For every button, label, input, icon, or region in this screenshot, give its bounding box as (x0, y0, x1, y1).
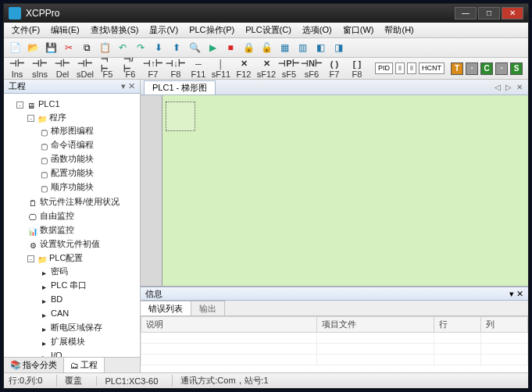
col-desc[interactable]: 说明 (141, 317, 317, 333)
tree-node-plccfg[interactable]: PLC配置 (49, 253, 83, 262)
tree-item[interactable]: BD (51, 294, 62, 304)
monitor-button[interactable]: ◧ (312, 40, 328, 55)
project-pane-close-icon[interactable]: ▾ ✕ (121, 81, 135, 91)
ladder-button[interactable]: ⊣↓⊢F8 (166, 59, 186, 79)
menu-item[interactable]: PLC操作(P) (184, 23, 239, 37)
tab-next-icon[interactable]: ▷ (503, 83, 514, 91)
col-file[interactable]: 项目文件 (317, 317, 434, 333)
tree-toggle[interactable]: - (27, 115, 34, 122)
find-button[interactable]: 🔍 (187, 40, 202, 55)
ladder-button[interactable]: ⊣↑⊢F7 (143, 59, 163, 79)
error-list[interactable]: 说明 项目文件 行 列 (141, 316, 528, 372)
tree-item[interactable]: 梯形图编程 (51, 126, 94, 135)
tree-node-initval[interactable]: 设置软元件初值 (40, 239, 100, 248)
block-button[interactable]: ⫴ (407, 62, 416, 74)
info-pane-close-icon[interactable]: ▾ ✕ (509, 289, 523, 299)
menu-item[interactable]: 编辑(E) (46, 23, 84, 37)
tree-item[interactable]: 断电区域保存 (51, 323, 102, 332)
close-button[interactable]: ✕ (502, 7, 523, 20)
block-button[interactable]: HCNT (419, 62, 445, 74)
tree-item[interactable]: 函数功能块 (51, 154, 94, 163)
menu-item[interactable]: 文件(F) (7, 23, 45, 37)
menu-item[interactable]: 显示(V) (145, 23, 183, 37)
grid2-button[interactable]: ▥ (295, 40, 310, 55)
tree-root[interactable]: PLC1 (38, 99, 60, 109)
ladder-canvas[interactable] (141, 95, 528, 287)
ladder-button[interactable]: ⊣⊢Del (52, 59, 73, 79)
tree-item[interactable]: 配置功能块 (51, 168, 94, 177)
tree-node-program[interactable]: 程序 (49, 112, 66, 122)
project-tree[interactable]: -🖥PLC1 -📁程序 ▢梯形图编程▢命令语编程▢函数功能块▢配置功能块▢顺序功… (4, 94, 140, 357)
tree-item[interactable]: CAN (51, 308, 69, 318)
node-icon: ▢ (38, 183, 49, 192)
tree-item[interactable]: I/O (51, 351, 62, 357)
ladder-rail (141, 95, 162, 286)
mode-button[interactable]: · (495, 62, 508, 75)
tree-item[interactable]: 顺序功能块 (51, 182, 94, 191)
ladder-button[interactable]: ⊣⊢sDel (75, 59, 95, 79)
monitor2-button[interactable]: ◨ (330, 40, 346, 55)
tree-item[interactable]: 命令语编程 (51, 140, 94, 149)
tree-toggle[interactable]: - (27, 255, 34, 262)
undo-button[interactable]: ↶ (115, 40, 130, 55)
ladder-button[interactable]: │sF11 (211, 59, 231, 79)
unlock-button[interactable]: 🔓 (259, 40, 274, 55)
download-button[interactable]: ⬇ (151, 40, 166, 55)
info-tab-output[interactable]: 输出 (191, 301, 225, 315)
lock-button[interactable]: 🔒 (241, 40, 256, 55)
open-button[interactable]: 📂 (25, 40, 41, 55)
new-button[interactable]: 📄 (7, 40, 23, 55)
ladder-button[interactable]: ⊣⊢sIns (30, 59, 50, 79)
tree-toggle[interactable]: - (16, 102, 23, 109)
node-icon: ▸ (38, 295, 49, 305)
upload-button[interactable]: ⬆ (169, 40, 184, 55)
tree-item[interactable]: PLC 串口 (51, 280, 87, 290)
tree-node-comment[interactable]: 软元件注释/使用状况 (40, 197, 120, 206)
ladder-button[interactable]: ⊣N⊢sF6 (302, 59, 322, 79)
proj-icon: 🗂 (70, 361, 79, 370)
mode-button[interactable]: · (466, 62, 478, 75)
selection-box[interactable] (166, 102, 195, 131)
ladder-button[interactable]: ⊣P⊢sF5 (279, 59, 299, 79)
ladder-button[interactable]: ─F11 (188, 59, 209, 79)
tree-node-datamon[interactable]: 数据监控 (40, 225, 74, 234)
run-button[interactable]: ▶ (205, 40, 220, 55)
menu-item[interactable]: 选项(O) (298, 23, 337, 37)
tree-node-freemon[interactable]: 自由监控 (40, 211, 74, 220)
redo-button[interactable]: ↷ (133, 40, 148, 55)
ladder-button[interactable]: ✕F12 (234, 59, 254, 79)
tree-item[interactable]: 密码 (51, 266, 68, 276)
ladder-button[interactable]: ⊣⊢Ins (7, 59, 27, 79)
col-row[interactable]: 行 (434, 317, 481, 333)
grid1-button[interactable]: ▦ (277, 40, 292, 55)
maximize-button[interactable]: □ (478, 7, 500, 20)
menu-item[interactable]: PLC设置(C) (241, 23, 296, 37)
col-col[interactable]: 列 (480, 317, 527, 333)
stop-button[interactable]: ■ (223, 40, 238, 55)
block-button[interactable]: ⫴ (395, 62, 405, 74)
save-button[interactable]: 💾 (43, 40, 59, 55)
mode-button[interactable]: T (451, 62, 463, 75)
left-tab-cmdtree[interactable]: 📚指令分类 (4, 358, 64, 372)
cut-button[interactable]: ✂ (61, 40, 77, 55)
menu-item[interactable]: 窗口(W) (338, 23, 379, 37)
menu-item[interactable]: 帮助(H) (380, 23, 418, 37)
tab-close-icon[interactable]: ✕ (514, 83, 525, 91)
tab-prev-icon[interactable]: ◁ (492, 83, 503, 91)
tree-item[interactable]: 扩展模块 (51, 337, 85, 346)
ladder-button[interactable]: ✕sF12 (256, 59, 277, 79)
menu-item[interactable]: 查找\替换(S) (86, 23, 144, 37)
mode-button[interactable]: S (510, 62, 523, 75)
paste-button[interactable]: 📋 (97, 40, 112, 55)
ladder-button[interactable]: [ ]F8 (347, 59, 367, 79)
minimize-button[interactable]: — (455, 7, 477, 20)
copy-button[interactable]: ⧉ (79, 40, 95, 55)
ladder-button[interactable]: ( )F7 (324, 59, 345, 79)
info-tab-errors[interactable]: 错误列表 (141, 301, 191, 315)
ladder-button[interactable]: ⊣ ⊢F5 (98, 59, 118, 79)
document-tab[interactable]: PLC1 - 梯形图 (144, 80, 216, 94)
ladder-button[interactable]: ⊣/⊢F6 (120, 59, 141, 79)
block-button[interactable]: PID (375, 62, 393, 74)
left-tab-project[interactable]: 🗂工程 (64, 358, 105, 372)
mode-button[interactable]: C (480, 62, 493, 75)
